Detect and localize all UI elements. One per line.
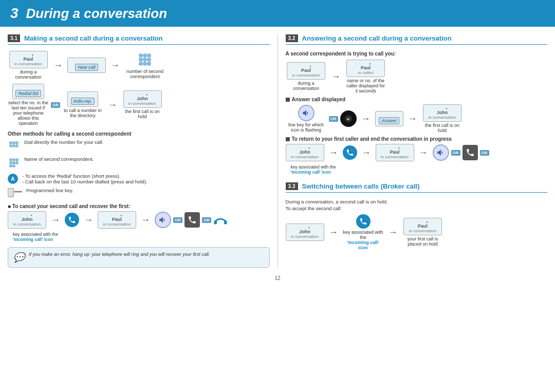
arrow-s32-f3-2: → [362,147,371,158]
arrow-s33-2: → [388,227,398,238]
s33-paul-caption: your first call is placed on hold [402,236,443,247]
phone-screen-john3: · · · ● John in conversation [286,144,324,161]
info-box-text: If you make an error, hang up: your tele… [29,252,210,257]
section-32-flow2: line key for which icon is flashing OR →… [286,104,548,133]
svg-point-14 [15,144,18,147]
s33-john: · · · ● John in conversation [286,223,324,241]
mute-svg [344,115,353,123]
phone-screen-paul-33: · · · ● Paul in conversation [403,218,442,235]
s33-paul: · · · ● Paul in conversation your first … [402,218,443,247]
answer-displayed-row: Answer call displayed [286,97,548,102]
svg-rect-24 [14,191,22,193]
f3-handset-svg [346,148,354,157]
arrow-s33-1: → [329,227,338,238]
handset-btn [65,213,79,227]
flow-2-redial: · · Redial list select the no. in the la… [8,84,49,126]
cancel-paul: · · · ● Paul in conversation [98,211,136,229]
page-footer: 12 [0,275,555,281]
method-3: A - To access the 'Redial' function (sho… [8,173,270,184]
flow-2-john: · · · ● John in conversation the first c… [122,90,163,119]
or-badge-cancel: OR [173,217,182,223]
right-column: 3.2 Answering a second call during a con… [278,34,548,268]
cancel-john: · · · ● John in conversation [8,211,46,229]
svg-point-15 [9,158,12,161]
svg-point-8 [147,62,151,66]
f3-speaker-icon [433,144,449,161]
section-33-title: Switching between calls (Broker call) [302,182,420,190]
method-3b: - Call back on the last 10 number dialle… [22,179,147,184]
arrow-2: → [110,60,120,71]
section-33-header: 3.3 Switching between calls (Broker call… [286,182,548,193]
section-31-title: Making a second call during a conversati… [24,34,162,42]
phone-screen-redial: · · Redial list [12,84,44,99]
section-33-accept: To accept the second call: [286,206,548,211]
phone-screen-cancel-john: · · · ● John in conversation [8,211,46,229]
line-key-caption: line key for which icon is flashing [286,122,327,133]
cancel-incoming-call: 'incoming call' icon [13,237,270,242]
flow-1-item2: · · New call [67,58,106,73]
mute-icon [340,110,357,127]
dark-phone-svg [188,215,197,225]
svg-point-19 [12,161,15,164]
method-1-text: Dial directly the number for your call. [24,139,103,145]
svg-point-20 [15,161,18,164]
arrow-s32-2: → [361,114,371,124]
chapter-number: 3 [10,5,18,22]
a-badge: A [8,174,18,184]
return-title-text: To return to your first caller and end t… [292,136,452,142]
hangup-icon [213,215,228,225]
s33-handset-caption: key associated with the 'Incoming call' … [343,230,384,250]
svg-point-16 [12,158,15,161]
method-4-icon [8,188,22,199]
arrow-s32-1: → [331,71,341,82]
phone-screen-paul3: · · · ● Paul in calltro [346,60,385,77]
phone-screen-john-33: · · · ● John in conversation [286,223,324,241]
keypad-icon-2 [8,157,20,169]
f3-dark-svg [466,148,475,157]
method-2-text: Name of second correspondent. [24,156,94,162]
flow-1: · · · ● Paul in conversation during a co… [8,51,270,80]
method-4: Programmed line key. [8,188,270,199]
info-icon: 💬 [13,252,25,263]
cancel-dark-phone [184,212,200,228]
method-3-icon: A [8,174,18,184]
phone-screen-answer: · · Answer [375,111,403,126]
s32-f3-speaker [433,144,449,161]
answer-displayed-text: Answer call displayed [292,97,346,102]
s32-mute [340,110,357,127]
answer-square [286,98,290,102]
section-32-header: 3.2 Answering a second call during a con… [286,34,548,45]
keypad-icon [137,51,153,68]
section-32-flow1: · · · ● Paul in conversation during a co… [286,60,548,94]
flow-1-caption1: during a conversation [8,69,49,80]
section-32-number: 3.2 [286,34,298,42]
f3-incoming: 'Incoming call' icon [291,170,548,175]
s32-john-caption: the first call is on hold [422,123,463,133]
main-content: 3.1 Making a second call during a conver… [0,34,555,268]
svg-rect-23 [8,188,13,197]
s32-flow1-item1: · · · ● Paul in conversation during a co… [286,62,327,91]
line-key-svg [302,108,311,118]
arrow-1: → [53,60,63,71]
chapter-title: During a conversation [26,6,168,22]
phone-screen-paul-f3: · · · ● Paul in conversation [376,144,414,161]
svg-rect-26 [224,220,227,224]
return-square [286,137,290,141]
or-badge-1: OR [51,102,60,108]
speaker-svg [158,215,168,225]
s32-f3-dark [462,145,478,160]
svg-point-2 [147,53,151,58]
arrow-s32-f3-3: → [419,147,428,158]
svg-point-13 [12,144,15,147]
or-badge-s32: OR [329,116,338,122]
section-32-title: Answering a second call during a convers… [302,34,452,42]
flow-1-item1: · · · ● Paul in conversation during a co… [8,51,49,80]
page-header: 3 During a conversation [0,0,555,27]
phone-screen-indiv: · · Indiv.rep. [67,91,98,107]
cancel-speaker [155,212,171,228]
svg-point-4 [143,58,147,62]
svg-point-6 [139,62,143,66]
f3-handset-btn [343,145,357,160]
or-badge-f3-1: OR [451,150,460,156]
svg-point-7 [143,62,147,66]
